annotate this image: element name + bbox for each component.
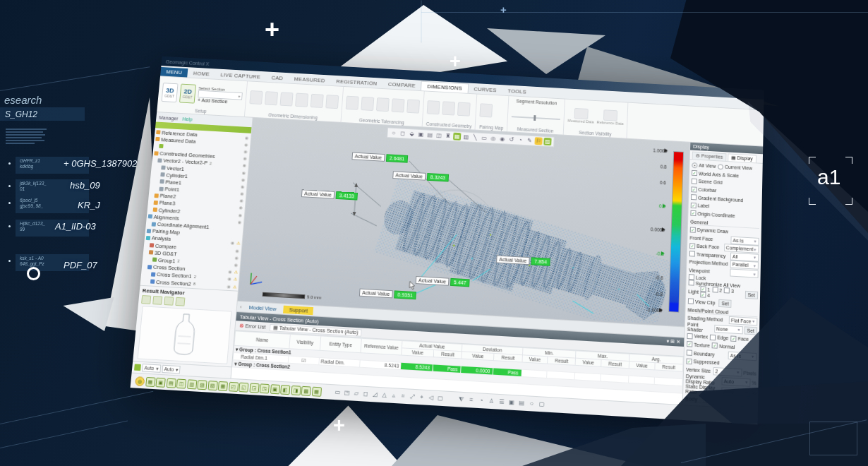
ribbon-tool-icon[interactable] — [457, 102, 471, 116]
display-checkbox-item[interactable]: Edge — [710, 335, 728, 342]
display-checkbox-item[interactable]: Back Face — [689, 243, 719, 250]
view-tool-icon[interactable]: ▵ — [389, 392, 398, 400]
filter-tool-icon[interactable]: ◔ — [477, 397, 486, 405]
checkbox[interactable] — [710, 335, 716, 341]
status-tool-icon[interactable]: ◫ — [176, 378, 186, 388]
checkbox[interactable] — [691, 186, 697, 192]
ribbon-tab[interactable]: CAD — [265, 73, 289, 83]
ribbon-tab[interactable]: HOME — [187, 68, 215, 79]
view-tool-icon[interactable]: ◁ — [426, 394, 435, 402]
ribbon-tool-icon[interactable] — [442, 101, 455, 115]
ribbon-tool-icon[interactable] — [265, 91, 278, 105]
checkbox[interactable] — [686, 358, 692, 364]
checkbox[interactable] — [692, 170, 697, 176]
checkbox[interactable] — [687, 350, 692, 356]
visibility-eye-icon[interactable]: ◉ — [238, 219, 242, 224]
status-tool-icon[interactable]: ▦ — [311, 386, 321, 396]
display-checkbox-item[interactable]: Label — [691, 203, 710, 209]
checkbox[interactable] — [730, 335, 736, 342]
ribbon-tool-icon[interactable] — [376, 97, 390, 112]
visibility-eye-icon[interactable]: ◉ — [243, 156, 247, 161]
manager-tab[interactable]: Manager — [159, 115, 179, 121]
checkbox[interactable] — [689, 280, 694, 285]
visibility-eye-icon[interactable]: ◉ — [241, 184, 245, 189]
ribbon-tool-icon[interactable] — [325, 95, 339, 109]
status-tool-icon[interactable]: ▦ — [218, 381, 228, 390]
display-dropdown[interactable]: Auto▼ — [721, 387, 750, 397]
view-tool-icon[interactable]: ⌗ — [399, 393, 408, 400]
filter-tool-icon[interactable]: ○ — [527, 400, 536, 408]
display-checkbox-item[interactable]: Colorbar — [691, 186, 716, 193]
status-tool-icon[interactable]: ▩ — [301, 386, 311, 395]
visibility-eye-icon[interactable]: ◉ — [234, 255, 239, 260]
status-tool-icon[interactable]: ▣ — [155, 377, 165, 387]
help-tab[interactable]: Help — [182, 116, 193, 121]
ribbon-tool-icon[interactable] — [361, 97, 374, 111]
visibility-eye-icon[interactable]: ◉ — [242, 162, 246, 167]
display-checkbox-item[interactable]: Face — [730, 335, 749, 342]
checkbox[interactable] — [691, 194, 697, 200]
tab-scroll-arrow[interactable]: ‹ — [240, 304, 242, 310]
view-tool-icon[interactable]: ▢ — [436, 395, 445, 402]
ribbon-tab[interactable]: MENU — [160, 67, 188, 78]
view-tool-icon[interactable]: ▭ — [333, 388, 342, 396]
view-tool-icon[interactable]: ◳ — [342, 389, 351, 397]
display-dropdown[interactable]: As Is▼ — [728, 351, 757, 361]
error-list-tab[interactable]: ⊗Error List — [239, 322, 266, 330]
auto-dropdown-2[interactable]: Auto▾ — [162, 365, 181, 374]
status-tool-icon[interactable]: ◲ — [249, 383, 259, 393]
display-checkbox-item[interactable]: Vertex — [687, 333, 708, 340]
gdt-3d-button[interactable]: 3DGD&T — [162, 83, 179, 102]
ribbon-tool-icon[interactable] — [249, 90, 263, 104]
visibility-eye-icon[interactable]: ◉ — [227, 276, 231, 281]
display-dropdown[interactable]: Auto▼ — [721, 377, 750, 387]
visibility-eye-icon[interactable]: ◉ — [227, 283, 231, 288]
checkbox[interactable] — [692, 179, 697, 184]
auto-dropdown-1[interactable]: Auto▾ — [142, 364, 161, 373]
checkbox[interactable] — [718, 164, 723, 169]
filter-tool-icon[interactable]: ▤ — [517, 400, 526, 407]
filter-tool-icon[interactable]: ≡ — [466, 397, 476, 405]
status-tool-icon[interactable]: ▤ — [166, 378, 176, 388]
visibility-eye-icon[interactable]: ◉ — [245, 135, 249, 140]
view-tool-icon[interactable]: ◻ — [361, 390, 370, 398]
checkbox[interactable] — [691, 203, 697, 208]
visibility-eye-icon[interactable]: ◉ — [239, 198, 243, 203]
visibility-eye-icon[interactable]: ◉ — [239, 205, 243, 210]
display-checkbox-item[interactable]: Texture — [687, 342, 710, 349]
visibility-eye-icon[interactable]: ◉ — [244, 142, 248, 147]
tab-support[interactable]: Support — [283, 305, 313, 315]
display-checkbox-item[interactable]: 3 — [724, 287, 734, 294]
display-checkbox-item[interactable]: Suppressed — [686, 358, 719, 366]
reference-data-toggle[interactable]: Reference Data — [596, 109, 624, 126]
display-checkbox-item[interactable]: 2 — [712, 287, 722, 293]
ribbon-tool-icon[interactable] — [427, 100, 440, 114]
filter-tool-icon[interactable]: ♙ — [487, 398, 496, 405]
view-tool-icon[interactable]: △ — [380, 391, 389, 399]
panel-window-controls[interactable]: ▾ ⊞ ✕ — [667, 338, 681, 345]
checkbox[interactable] — [712, 287, 718, 293]
visibility-eye-icon[interactable]: ◉ — [231, 240, 235, 245]
checkbox[interactable] — [690, 210, 696, 216]
status-tool-icon[interactable]: ◳ — [260, 383, 270, 393]
display-checkbox-item[interactable]: Boundary — [687, 350, 715, 357]
checkbox[interactable] — [687, 333, 692, 340]
view-tool-icon[interactable]: ⌖ — [417, 393, 426, 401]
status-tool-icon[interactable]: ◧ — [280, 385, 290, 395]
visibility-eye-icon[interactable]: ◉ — [243, 149, 248, 154]
status-tool-icon[interactable]: ◰ — [228, 381, 238, 391]
visibility-eye-icon[interactable]: ◉ — [239, 212, 243, 217]
display-checkbox-item[interactable]: Normal — [712, 343, 735, 350]
ribbon-tab[interactable]: TOOLS — [502, 86, 532, 97]
checkbox[interactable] — [690, 227, 696, 232]
ribbon-tool-icon[interactable] — [295, 93, 308, 107]
status-tool-icon[interactable]: ▦ — [145, 376, 155, 386]
set-button[interactable]: Set — [718, 299, 732, 307]
display-checkbox-item[interactable]: All View — [692, 162, 716, 169]
status-tool-icon[interactable]: ◍ — [135, 376, 145, 386]
filter-tool-icon[interactable]: ▢ — [537, 400, 546, 408]
status-tool-icon[interactable]: ▣ — [270, 384, 279, 394]
visibility-eye-icon[interactable]: ◉ — [241, 177, 246, 181]
view-tool-icon[interactable]: ◿ — [370, 391, 380, 399]
display-checkbox-item[interactable]: 4 — [700, 292, 710, 299]
